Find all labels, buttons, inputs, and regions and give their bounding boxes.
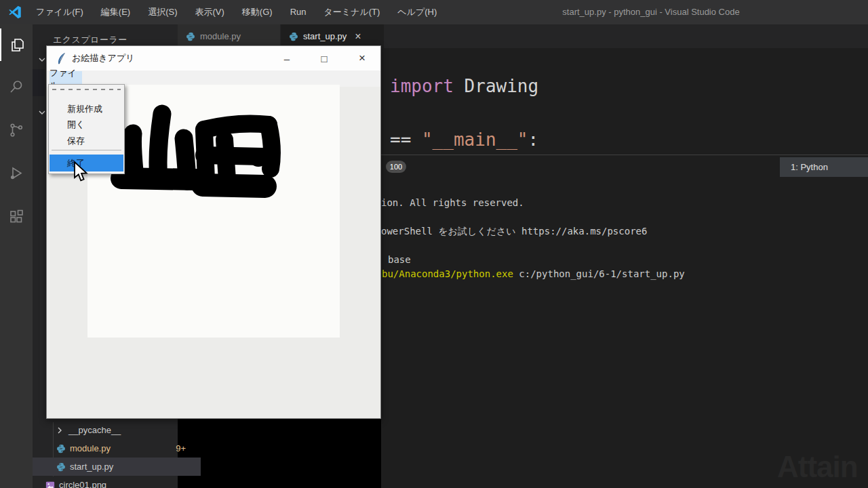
menu-edit[interactable]: 編集(E) [92, 0, 139, 24]
terminal-line: base [388, 254, 411, 265]
python-file-icon [186, 32, 195, 41]
search-icon[interactable] [0, 70, 33, 103]
tab-label: module.py [200, 31, 241, 41]
tree-item-label: module.py [70, 443, 111, 453]
tree-item-module[interactable]: module.py 9+ [33, 439, 201, 458]
menu-item-new[interactable]: 新規作成 [50, 101, 123, 117]
folder-chevron-icon [54, 426, 65, 434]
menu-selection[interactable]: 選択(S) [139, 0, 186, 24]
tab-close-icon[interactable]: × [355, 30, 361, 43]
activity-bar [0, 24, 33, 488]
explorer-icon[interactable] [0, 28, 34, 61]
window-title: start_up.py - python_gui - Visual Studio… [434, 0, 868, 24]
tree-item-pycache[interactable]: __pycache__ [33, 421, 199, 439]
menu-separator [52, 150, 121, 150]
menu-view[interactable]: 表示(V) [186, 0, 233, 24]
minimize-button[interactable]: – [271, 46, 302, 70]
python-file-icon [56, 444, 66, 453]
python-file-icon [289, 32, 298, 41]
menu-item-open[interactable]: 開く [50, 117, 123, 132]
tree-item-label: __pycache__ [68, 425, 121, 435]
vscode-logo-icon [8, 5, 22, 19]
menu-tearoff-handle[interactable] [52, 89, 121, 90]
terminal-panel[interactable]: 100 1: Python ion. All rights reserved. … [381, 155, 868, 488]
tree-item-circle01[interactable]: circle01.png [33, 476, 190, 488]
open-editors-selected-strip [33, 69, 45, 96]
menu-terminal[interactable]: ターミナル(T) [315, 0, 389, 24]
git-changes-badge: 9+ [176, 443, 186, 453]
section-chevron-icon[interactable] [38, 106, 46, 118]
maximize-button[interactable]: □ [309, 46, 340, 70]
code-line-import: import Drawing [390, 76, 538, 96]
drawing-app-window[interactable]: お絵描きアプリ – □ × ファイル [46, 45, 381, 419]
menu-go[interactable]: 移動(G) [233, 0, 281, 24]
drawing-canvas[interactable] [87, 85, 340, 338]
tree-item-label: circle01.png [59, 480, 106, 488]
python-file-icon [56, 462, 66, 472]
menu-item-save[interactable]: 保存 [50, 133, 123, 148]
run-debug-icon[interactable] [0, 157, 33, 190]
handwritten-yamada-drawing [87, 85, 340, 338]
terminal-command-line: bu/Anaconda3/python.exe c:/python_gui/6-… [382, 268, 685, 279]
terminal-shell-selector[interactable]: 1: Python [780, 157, 868, 177]
code-editor[interactable]: import Drawing == "__main__": [381, 48, 868, 155]
app-titlebar[interactable]: お絵描きアプリ – □ × [47, 46, 380, 70]
terminal-line: ion. All rights reserved. [381, 197, 524, 208]
tree-item-label: start_up.py [70, 462, 113, 472]
menu-file[interactable]: ファイル(F) [27, 0, 92, 24]
menu-run[interactable]: Run [281, 0, 315, 24]
source-control-icon[interactable] [0, 114, 33, 146]
problems-count-badge: 100 [386, 161, 406, 173]
explorer-header: エクスプローラー [53, 34, 127, 46]
mouse-cursor [73, 161, 89, 186]
terminal-line: owerShell をお試しください https://aka.ms/pscore… [381, 226, 647, 238]
editor-tabstrip: module.py start_up.py × [178, 24, 868, 48]
tree-item-startup[interactable]: start_up.py [33, 458, 201, 476]
section-chevron-icon[interactable] [38, 53, 46, 65]
extensions-icon[interactable] [0, 201, 33, 233]
tk-feather-icon [56, 52, 66, 65]
code-line-main: == "__main__": [390, 129, 538, 150]
image-file-icon [45, 481, 56, 488]
tab-module-py[interactable]: module.py [178, 24, 281, 48]
attain-watermark: Attain [777, 450, 858, 484]
close-button[interactable]: × [347, 46, 378, 70]
tab-start-up-py[interactable]: start_up.py × [281, 24, 384, 48]
app-title: お絵描きアプリ [72, 52, 135, 64]
tab-label: start_up.py [303, 31, 347, 41]
